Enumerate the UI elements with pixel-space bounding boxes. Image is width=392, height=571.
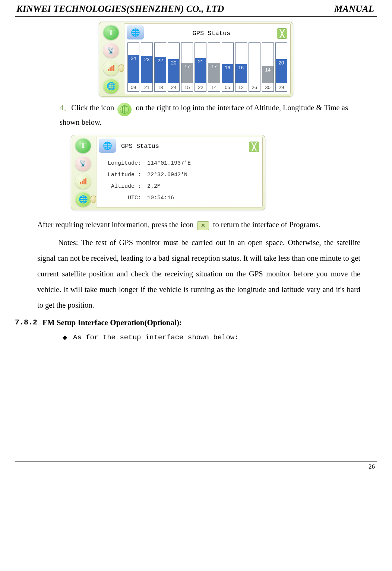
bar-column: 1605: [222, 42, 234, 92]
bar-sat-id: 30: [262, 83, 274, 91]
bar-fill: 23: [141, 56, 152, 83]
gps-status-info-window: T 🌐 GPS Status ╳ Longitude: 114°01.1937'…: [71, 135, 265, 210]
bar-column: 2218: [154, 42, 166, 92]
close-icon[interactable]: ╳: [277, 28, 287, 39]
section-title: FM Setup Interface Operation(Optional):: [42, 318, 182, 327]
gps-status-bars-window: T 🌐 GPS Status ╳ 24092321221820241715212…: [99, 22, 293, 97]
gps-info-pane: 🌐 GPS Status ╳ Longitude: 114°01.1937'E …: [96, 137, 263, 207]
step4-text-before: Click the icon: [71, 104, 114, 112]
bar-sat-id: 12: [235, 83, 247, 91]
bar-column: 2024: [168, 42, 180, 92]
notes-paragraph: Notes: The test of GPS monitor must be c…: [37, 235, 360, 313]
bar-fill: 21: [195, 58, 206, 83]
gps-sidebar: T: [71, 135, 95, 210]
bar-sat-id: 26: [249, 83, 260, 91]
gps-window-title: GPS Status: [146, 27, 277, 38]
page-header: KINWEI TECHNOLOGIES(SHENZHEN) CO., LTD M…: [15, 4, 377, 16]
company-name: KINWEI TECHNOLOGIES(SHENZHEN) CO., LTD: [16, 4, 224, 14]
bar-column: 26: [249, 42, 260, 92]
gps-window-title: GPS Status: [118, 140, 249, 151]
bar-fill: 17: [181, 63, 193, 83]
bar-column: 1612: [235, 42, 247, 92]
step-4-text: 4、Click the icon on the right to log int…: [60, 101, 360, 130]
return-instruction: After requiring relevant information, pr…: [37, 217, 360, 232]
close-icon: [197, 221, 209, 230]
utc-label: UTC:: [104, 195, 141, 201]
t-letter-icon: T: [108, 28, 113, 37]
altitude-value: 2.2M: [147, 183, 161, 190]
bar-column: 1714: [208, 42, 220, 92]
bar-sat-id: 22: [195, 83, 206, 91]
bar-fill: 22: [155, 57, 166, 83]
sidebar-time-button[interactable]: T: [75, 138, 91, 153]
longitude-value: 114°01.1937'E: [147, 160, 191, 166]
bar-column: 1715: [181, 42, 193, 92]
bar-sat-id: 24: [168, 83, 179, 91]
utc-value: 10:54:16: [147, 195, 174, 201]
bar-column: 2122: [195, 42, 206, 92]
utc-row: UTC: 10:54:16: [104, 195, 259, 201]
step-number: 4、: [60, 104, 71, 112]
bar-fill: 24: [128, 55, 139, 83]
longitude-row: Longitude: 114°01.1937'E: [104, 160, 259, 166]
t-letter-icon: T: [80, 141, 85, 150]
longitude-label: Longitude:: [104, 160, 141, 166]
para1-after: to return the interface of Programs.: [213, 221, 320, 229]
latitude-row: Latitude : 22°32.0942'N: [104, 172, 259, 178]
bar-fill: 20: [276, 59, 287, 83]
bar-column: 2029: [275, 42, 287, 92]
latitude-label: Latitude :: [104, 172, 141, 178]
para1-before: After requiring relevant information, pr…: [37, 221, 194, 229]
gps-app-icon: 🌐: [127, 25, 144, 39]
bar-sat-id: 18: [155, 83, 166, 91]
bar-column: 2409: [127, 42, 139, 92]
bar-sat-id: 21: [141, 83, 152, 91]
bar-fill: 17: [208, 63, 219, 83]
latitude-value: 22°32.0942'N: [147, 172, 187, 178]
gps-app-icon: 🌐: [99, 139, 116, 153]
bar-fill: 14: [262, 66, 274, 83]
bar-fill: 16: [222, 64, 233, 83]
bar-fill: 20: [168, 59, 179, 83]
gps-sidebar: T: [99, 22, 123, 96]
sidebar-globe-button[interactable]: [75, 192, 91, 207]
gps-main-pane: 🌐 GPS Status ╳ 2409232122182024171521221…: [124, 23, 291, 94]
page-number: 26: [15, 463, 377, 470]
sidebar-signal-button[interactable]: [75, 174, 91, 189]
sidebar-satellite-button[interactable]: [103, 43, 119, 58]
bar-column: 2321: [141, 42, 153, 92]
bar-fill: 16: [235, 64, 247, 83]
bars-icon: [108, 65, 114, 71]
globe-icon: [117, 103, 132, 116]
sidebar-signal-button[interactable]: [103, 61, 119, 76]
sidebar-globe-button[interactable]: [103, 79, 119, 93]
header-rule: [15, 16, 377, 17]
notes-text: Notes: The test of GPS monitor must be c…: [37, 238, 360, 309]
bar-sat-id: 14: [208, 83, 219, 91]
sidebar-time-button[interactable]: T: [103, 25, 119, 40]
close-icon[interactable]: ╳: [249, 142, 259, 152]
bar-sat-id: 05: [222, 83, 233, 91]
altitude-label: Altiude :: [104, 183, 141, 190]
signal-bar-chart: 2409232122182024171521221714160516122614…: [124, 41, 290, 94]
bar-sat-id: 15: [181, 83, 193, 91]
footer-rule: [15, 461, 377, 461]
doc-type: MANUAL: [334, 4, 374, 14]
bars-icon: [80, 178, 86, 184]
altitude-row: Altiude : 2.2M: [104, 183, 259, 190]
section-number: 7.8.2: [15, 318, 37, 327]
diamond-bullet-icon: [63, 333, 67, 342]
bar-column: 1430: [262, 42, 274, 92]
bar-sat-id: 09: [128, 83, 139, 91]
bullet-text: As for the setup interface shown below:: [73, 333, 239, 342]
sidebar-satellite-button[interactable]: [75, 156, 91, 171]
bar-sat-id: 29: [276, 83, 287, 91]
bullet-item: As for the setup interface shown below:: [63, 333, 377, 342]
section-heading: 7.8.2 FM Setup Interface Operation(Optio…: [15, 318, 377, 327]
